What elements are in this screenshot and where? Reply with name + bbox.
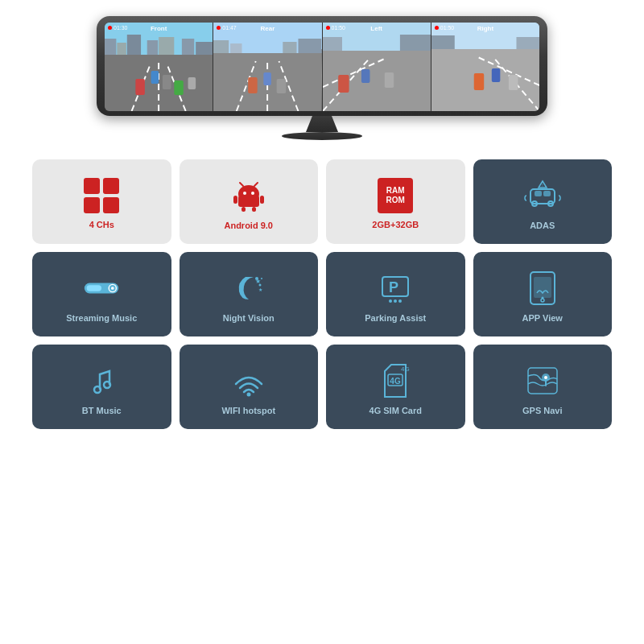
label-4g: 4G SIM Card [369, 406, 422, 415]
svg-rect-18 [213, 40, 229, 53]
label-bt: BT Music [82, 406, 122, 415]
streaming-icon [83, 270, 120, 307]
ram-icon: RAM ROM [378, 178, 413, 213]
svg-rect-1 [105, 39, 116, 55]
svg-line-49 [254, 183, 258, 186]
camera-stand [306, 116, 338, 132]
label-ram: 2GB+32GB [372, 220, 419, 229]
svg-point-51 [251, 192, 254, 195]
cam-label-rear: Rear [260, 25, 275, 32]
cam-feed-rear: 01:47 Rear [213, 23, 322, 111]
feature-bt: BT Music [32, 345, 171, 429]
svg-rect-44 [473, 73, 483, 90]
android-icon [230, 177, 267, 214]
svg-rect-30 [323, 37, 342, 51]
label-android: Android 9.0 [224, 221, 273, 230]
camera-body: 01:30 Front [97, 16, 547, 116]
label-adas: ADAS [530, 221, 555, 230]
app-icon [524, 270, 561, 307]
svg-rect-65 [87, 285, 101, 291]
label-app: APP View [522, 313, 563, 323]
rec-time-right: 01:50 [440, 25, 455, 31]
cam-rec-front: 01:30 [108, 25, 128, 31]
svg-point-77 [398, 299, 402, 303]
svg-rect-14 [163, 75, 171, 89]
cam-rec-right: 01:50 [435, 25, 455, 31]
svg-rect-3 [127, 35, 141, 55]
rec-time-rear: 01:47 [222, 25, 237, 31]
svg-line-48 [240, 183, 243, 186]
svg-text:!: ! [542, 183, 543, 188]
svg-rect-55 [242, 207, 246, 212]
cam-feed-left: 01:50 Left [323, 23, 431, 111]
svg-text:4G: 4G [390, 377, 402, 386]
svg-rect-46 [509, 75, 518, 90]
svg-text:★: ★ [258, 287, 262, 292]
feature-wifi: WIFI hotspot [180, 345, 319, 429]
svg-rect-56 [252, 207, 256, 212]
svg-point-67 [111, 287, 114, 290]
svg-rect-13 [151, 71, 159, 84]
feature-gps: GPS Navi [473, 345, 613, 429]
cam-rec-left: 01:50 [326, 25, 346, 31]
cam-feed-front: 01:30 Front [105, 23, 213, 111]
rec-time: 01:30 [114, 25, 128, 31]
gps-icon [524, 362, 561, 399]
feature-android: Android 9.0 [180, 159, 319, 244]
svg-point-50 [243, 192, 246, 195]
svg-rect-36 [361, 69, 369, 83]
svg-point-70 [261, 278, 262, 279]
feature-streaming: Streaming Music [32, 252, 171, 336]
svg-point-75 [389, 299, 392, 303]
features-grid: 4 CHs Android 9.0 [32, 159, 612, 429]
feature-4g: 4G 4G 4G SIM Card [326, 345, 465, 429]
svg-rect-27 [264, 72, 272, 85]
svg-rect-15 [174, 80, 184, 95]
4g-icon: 4G 4G [377, 362, 414, 399]
adas-icon: ! [524, 177, 561, 214]
wifi-icon [230, 362, 267, 399]
svg-rect-19 [230, 43, 242, 53]
label-streaming: Streaming Music [66, 313, 137, 323]
feature-4chs: 4 CHs [32, 159, 171, 244]
svg-text:4G: 4G [401, 365, 410, 373]
rec-dot [108, 26, 112, 30]
svg-point-84 [246, 392, 250, 396]
camera-base [282, 132, 362, 140]
svg-text:★: ★ [255, 278, 261, 285]
svg-rect-28 [277, 79, 287, 93]
svg-rect-79 [534, 277, 551, 298]
feature-adas: ! ADAS [473, 159, 613, 244]
svg-rect-20 [283, 42, 297, 53]
svg-rect-2 [117, 43, 126, 55]
svg-rect-21 [299, 39, 322, 53]
svg-rect-59 [543, 191, 551, 196]
feature-parking: P Parking Assist [326, 252, 465, 336]
svg-rect-53 [233, 196, 237, 204]
svg-rect-45 [492, 68, 501, 82]
feature-ram: RAM ROM 2GB+32GB [326, 159, 465, 244]
camera-device: 01:30 Front [97, 16, 547, 140]
svg-rect-4 [147, 40, 158, 55]
svg-point-82 [94, 386, 101, 393]
svg-rect-54 [260, 196, 264, 204]
svg-rect-39 [431, 35, 455, 49]
svg-point-83 [104, 382, 110, 388]
rec-dot-rear [217, 26, 221, 30]
night-icon: ★ ★ [230, 270, 267, 307]
cam-feed-right: 01:50 Right [431, 23, 539, 111]
cam-label-front: Front [151, 25, 167, 32]
svg-rect-26 [248, 77, 258, 93]
feature-app: APP View [473, 252, 613, 336]
svg-rect-16 [188, 77, 196, 89]
label-gps: GPS Navi [522, 406, 563, 415]
svg-rect-40 [516, 37, 539, 49]
label-wifi: WIFI hotspot [221, 406, 275, 415]
camera-screen: 01:30 Front [105, 23, 539, 111]
feature-night: ★ ★ Night Vision [180, 252, 319, 336]
svg-text:P: P [389, 279, 398, 295]
svg-rect-41 [431, 49, 539, 111]
svg-point-90 [544, 376, 547, 379]
camera-section: 01:30 Front [32, 16, 612, 140]
label-parking: Parking Assist [365, 313, 426, 323]
